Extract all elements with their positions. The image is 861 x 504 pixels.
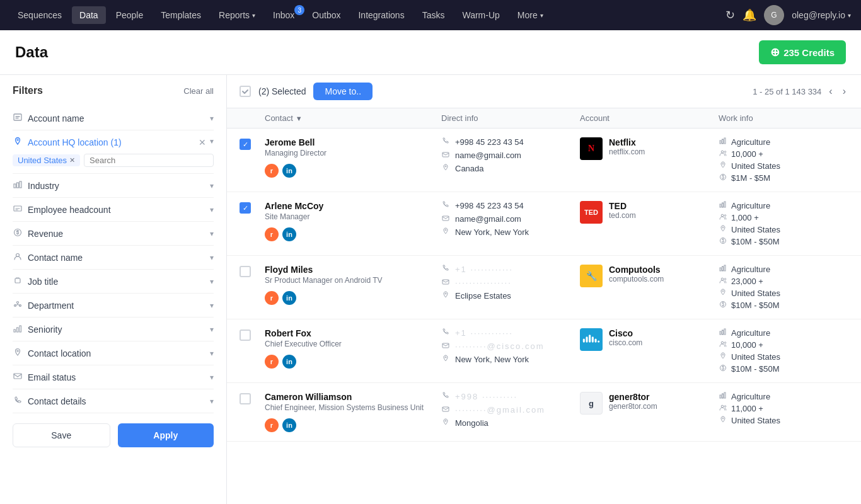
nav-outbox[interactable]: Outbox [304, 6, 348, 24]
chevron-contact-name: ▾ [210, 253, 214, 262]
pagination-prev[interactable]: ‹ [826, 84, 835, 98]
user-menu[interactable]: oleg@reply.io ▾ [792, 10, 851, 20]
apply-button[interactable]: Apply [118, 423, 214, 447]
filter-seniority-row[interactable]: Seniority ▾ [13, 318, 214, 341]
filter-department-row[interactable]: Department ▾ [13, 294, 214, 317]
company-name: Cisco [609, 328, 642, 338]
svg-rect-15 [17, 328, 19, 332]
row-checkbox[interactable]: ✓ [240, 139, 251, 150]
refresh-icon[interactable]: ↻ [725, 8, 735, 22]
filter-account-name-row[interactable]: Account name ▾ [13, 106, 214, 130]
phone-row: +998 ·········· [441, 392, 580, 401]
user-dropdown-arrow: ▾ [848, 12, 851, 19]
linkedin-icon[interactable]: in [282, 164, 296, 178]
direct-info-col: +1 ············ ················ Eclipse… [441, 265, 580, 301]
nav-people[interactable]: People [108, 6, 151, 24]
employees-row: 1,000 + [719, 213, 780, 222]
nav-inbox[interactable]: Inbox 3 [265, 6, 302, 24]
work-info-col: Agriculture 1,000 + United States [719, 201, 861, 246]
svg-point-67 [724, 406, 726, 408]
svg-rect-49 [586, 336, 587, 342]
row-checkbox[interactable] [240, 329, 251, 341]
us-tag-remove[interactable]: ✕ [69, 156, 75, 164]
contact-name: Robert Fox [265, 328, 441, 338]
svg-rect-21 [720, 140, 721, 144]
select-all-checkbox[interactable] [240, 86, 251, 97]
contact-name: Floyd Miles [265, 265, 441, 275]
nav-reports[interactable]: Reports ▾ [211, 6, 263, 24]
linkedin-icon[interactable]: in [282, 291, 296, 305]
bell-icon[interactable]: 🔔 [743, 8, 756, 22]
contact-social-icons: r in [265, 164, 441, 178]
company-details: gener8tor gener8tor.com [609, 392, 657, 411]
company-name: Netflix [609, 137, 645, 147]
filter-email-status-row[interactable]: Email status ▾ [13, 365, 214, 389]
chevron-email-status: ▾ [210, 373, 214, 382]
reply-icon[interactable]: r [265, 355, 279, 369]
pagination-next[interactable]: › [840, 84, 848, 98]
email-value: ·········@cisco.com [455, 341, 545, 351]
location-value: New York, New York [455, 227, 529, 237]
remove-hq-filter-icon[interactable]: ✕ [199, 137, 206, 147]
move-to-button[interactable]: Move to.. [313, 83, 373, 100]
revenue-icon [719, 364, 727, 374]
linkedin-icon[interactable]: in [282, 355, 296, 369]
industry-icon [719, 328, 727, 338]
nav-tasks[interactable]: Tasks [415, 6, 453, 24]
reply-icon[interactable]: r [265, 418, 279, 432]
nav-warmup[interactable]: Warm-Up [454, 6, 507, 24]
company-domain: ted.com [609, 211, 636, 220]
filter-job-title-row[interactable]: Job title ▾ [13, 270, 214, 293]
row-checkbox[interactable] [240, 393, 251, 404]
email-value: ·········@gmail.com [455, 405, 545, 415]
email-row: name@gmail.com [441, 214, 580, 224]
hq-search-input[interactable] [84, 154, 214, 167]
phone-value: +998 45 223 43 54 [455, 201, 524, 210]
filter-contact-location-row[interactable]: Contact location ▾ [13, 341, 214, 365]
row-checkbox[interactable]: ✓ [240, 202, 251, 214]
row-checkbox[interactable] [240, 266, 251, 277]
revenue-value: $10M - $50M [731, 301, 780, 310]
filter-contact-details-row[interactable]: Contact details ▾ [13, 389, 214, 413]
save-button[interactable]: Save [13, 423, 110, 447]
svg-rect-55 [722, 330, 724, 335]
location-value: Mongolia [455, 418, 488, 428]
svg-rect-16 [20, 326, 21, 332]
nav-data[interactable]: Data [72, 6, 106, 24]
revenue-icon [719, 301, 727, 310]
contact-info-col: Arlene McCoy Site Manager r in [265, 201, 441, 241]
filter-industry-row[interactable]: Industry ▾ [13, 174, 214, 197]
filter-contact-name-row[interactable]: Contact name ▾ [13, 246, 214, 269]
reply-icon[interactable]: r [265, 291, 279, 305]
chevron-job-title: ▾ [210, 277, 214, 286]
col-header-contact[interactable]: Contact ▼ [265, 113, 441, 123]
nav-integrations[interactable]: Integrations [350, 6, 412, 24]
revenue-value: $10M - $50M [731, 364, 780, 374]
nav-templates[interactable]: Templates [153, 6, 209, 24]
email-value: ················ [455, 278, 512, 287]
svg-point-42 [721, 278, 724, 280]
reply-icon[interactable]: r [265, 227, 279, 241]
chevron-department: ▾ [210, 301, 214, 310]
work-info-col: Agriculture 23,000 + United States [719, 265, 861, 310]
chevron-seniority: ▾ [210, 325, 214, 334]
filter-revenue-row[interactable]: Revenue ▾ [13, 222, 214, 245]
email-row: name@gmail.com [441, 151, 580, 160]
reply-icon[interactable]: r [265, 164, 279, 178]
inbox-badge: 3 [294, 5, 304, 15]
filter-account-name: Account name ▾ [13, 106, 214, 130]
nav-sequences[interactable]: Sequences [10, 6, 69, 24]
contact-info-col: Cameron Williamson Chief Engineer, Missi… [265, 392, 441, 432]
svg-point-59 [722, 354, 724, 355]
phone-row: +1 ············ [441, 265, 580, 274]
clear-all-button[interactable]: Clear all [183, 86, 214, 96]
credits-button[interactable]: ⊕ 235 Credits [759, 40, 846, 64]
selected-count: (2) Selected [258, 86, 306, 96]
avatar[interactable]: G [764, 5, 784, 25]
filter-headcount-row[interactable]: Employee headcount ▾ [13, 198, 214, 221]
linkedin-icon[interactable]: in [282, 227, 296, 241]
nav-more[interactable]: More ▾ [510, 6, 551, 24]
filter-account-hq-row[interactable]: Account HQ location (1) ✕ ▴ [13, 130, 214, 154]
employees-row: 23,000 + [719, 277, 780, 286]
linkedin-icon[interactable]: in [282, 418, 296, 432]
